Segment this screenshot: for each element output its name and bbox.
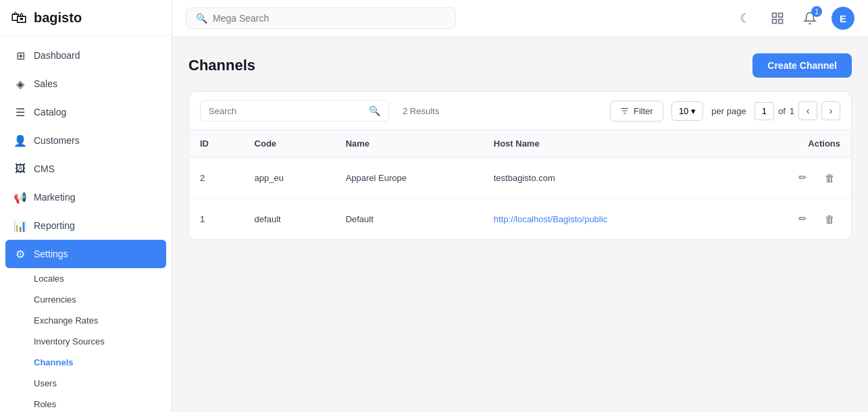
- cell-code: app_eu: [244, 157, 335, 199]
- table-header-row: ID Code Name Host Name Actions: [189, 130, 851, 157]
- search-icon: 🔍: [196, 13, 207, 24]
- sidebar-sub-item-channels[interactable]: Channels: [34, 352, 172, 373]
- settings-icon: ⚙: [14, 247, 27, 261]
- host-link[interactable]: http://localhost/Bagisto/public: [494, 214, 607, 224]
- of-label: of: [778, 106, 786, 116]
- notification-icon[interactable]: 1: [799, 7, 821, 29]
- prev-page-button[interactable]: ‹: [798, 101, 817, 120]
- store-icon[interactable]: [767, 7, 788, 29]
- sidebar-item-label: CMS: [34, 163, 55, 174]
- customers-icon: 👤: [14, 134, 27, 147]
- logo-text: bagisto: [34, 10, 82, 26]
- mega-search-input[interactable]: [213, 13, 446, 24]
- avatar[interactable]: E: [832, 7, 854, 30]
- col-host-name: Host Name: [483, 130, 725, 157]
- sidebar-item-label: Dashboard: [34, 50, 80, 61]
- table-search-icon: 🔍: [369, 105, 380, 116]
- sidebar-sub-item-exchange-rates[interactable]: Exchange Rates: [34, 310, 172, 331]
- mega-search-box[interactable]: 🔍: [186, 7, 456, 29]
- cell-name: Apparel Europe: [335, 157, 483, 199]
- delete-button[interactable]: 🗑: [819, 167, 840, 188]
- filter-button[interactable]: Filter: [610, 101, 663, 122]
- cell-actions: ✏ 🗑: [725, 199, 851, 240]
- sidebar-item-label: Settings: [34, 249, 68, 259]
- svg-rect-2: [773, 20, 777, 24]
- page-content: Channels Create Channel 🔍 2 Results Filt…: [172, 37, 868, 412]
- col-actions: Actions: [725, 130, 851, 157]
- table-search-box[interactable]: 🔍: [200, 100, 389, 122]
- next-page-button[interactable]: ›: [821, 101, 840, 120]
- page-title: Channels: [188, 57, 255, 74]
- svg-rect-0: [773, 14, 777, 18]
- filter-label: Filter: [634, 106, 653, 116]
- main-panel: 🔍 ☾ 1 E Channels Create Channel: [172, 0, 868, 412]
- sidebar-sub-item-locales[interactable]: Locales: [34, 268, 172, 289]
- col-id: ID: [189, 130, 244, 157]
- notification-badge: 1: [811, 6, 822, 17]
- col-code: Code: [244, 130, 335, 157]
- dashboard-icon: ⊞: [14, 49, 27, 62]
- col-name: Name: [335, 130, 483, 157]
- delete-button[interactable]: 🗑: [819, 208, 840, 230]
- cell-id: 1: [189, 199, 244, 240]
- edit-button[interactable]: ✏: [792, 167, 813, 188]
- sidebar-item-label: Catalog: [34, 107, 66, 118]
- pagination: 1 of 1 ‹ ›: [755, 101, 840, 120]
- controls-bar: 🔍 2 Results Filter 10 ▾ per page 1 of 1 …: [189, 92, 851, 130]
- sidebar-sub-item-inventory-sources[interactable]: Inventory Sources: [34, 331, 172, 352]
- cell-host: http://localhost/Bagisto/public: [483, 199, 725, 240]
- table-row: 2 app_eu Apparel Europe testbagisto.com …: [189, 157, 851, 199]
- reporting-icon: 📊: [14, 219, 27, 232]
- current-page: 1: [755, 102, 774, 120]
- sidebar-item-catalog[interactable]: ☰Catalog: [0, 98, 172, 126]
- catalog-icon: ☰: [14, 105, 27, 119]
- marketing-icon: 📢: [14, 190, 27, 204]
- svg-rect-1: [779, 14, 783, 18]
- sidebar-sub-item-roles[interactable]: Roles: [34, 394, 172, 412]
- sales-icon: ◈: [14, 77, 27, 91]
- sidebar-item-label: Marketing: [34, 192, 75, 203]
- per-page-label: per page: [711, 106, 746, 116]
- cell-actions: ✏ 🗑: [725, 157, 851, 199]
- cell-host: testbagisto.com: [483, 157, 725, 199]
- cell-id: 2: [189, 157, 244, 199]
- sidebar-item-label: Customers: [34, 135, 80, 146]
- sidebar-sub-item-currencies[interactable]: Currencies: [34, 289, 172, 310]
- create-channel-button[interactable]: Create Channel: [752, 53, 852, 78]
- sidebar-item-sales[interactable]: ◈Sales: [0, 70, 172, 98]
- channels-table: ID Code Name Host Name Actions 2 app_eu …: [189, 130, 851, 239]
- sidebar-item-cms[interactable]: 🖼CMS: [0, 155, 172, 183]
- sidebar-item-settings[interactable]: ⚙Settings: [5, 240, 166, 268]
- sidebar-header: 🛍 bagisto: [0, 0, 172, 36]
- page-header: Channels Create Channel: [188, 53, 852, 78]
- cell-name: Default: [335, 199, 483, 240]
- sidebar-item-dashboard[interactable]: ⊞Dashboard: [0, 41, 172, 70]
- cell-code: default: [244, 199, 335, 240]
- per-page-select[interactable]: 10 ▾: [671, 101, 703, 121]
- total-pages: 1: [790, 106, 794, 116]
- sidebar-item-marketing[interactable]: 📢Marketing: [0, 183, 172, 211]
- table-search-input[interactable]: [209, 106, 363, 116]
- logo-icon: 🛍: [11, 8, 27, 27]
- edit-button[interactable]: ✏: [792, 208, 813, 230]
- sidebar-sub-item-users[interactable]: Users: [34, 373, 172, 394]
- table-row: 1 default Default http://localhost/Bagis…: [189, 199, 851, 240]
- svg-rect-3: [779, 20, 783, 24]
- topbar: 🔍 ☾ 1 E: [172, 0, 868, 37]
- sidebar: 🛍 bagisto ⊞Dashboard◈Sales☰Catalog👤Custo…: [0, 0, 172, 412]
- results-count: 2 Results: [403, 106, 439, 116]
- sidebar-item-label: Sales: [34, 78, 57, 89]
- sidebar-item-reporting[interactable]: 📊Reporting: [0, 211, 172, 240]
- moon-icon[interactable]: ☾: [734, 7, 756, 29]
- per-page-value: 10: [679, 106, 688, 116]
- topbar-actions: ☾ 1 E: [734, 7, 854, 30]
- table-controls: 🔍 2 Results Filter 10 ▾ per page 1 of 1 …: [188, 91, 852, 240]
- cms-icon: 🖼: [14, 162, 27, 176]
- sidebar-item-customers[interactable]: 👤Customers: [0, 126, 172, 155]
- per-page-dropdown-icon: ▾: [691, 106, 696, 116]
- sidebar-item-label: Reporting: [34, 220, 75, 231]
- sidebar-nav: ⊞Dashboard◈Sales☰Catalog👤Customers🖼CMS📢M…: [0, 36, 172, 412]
